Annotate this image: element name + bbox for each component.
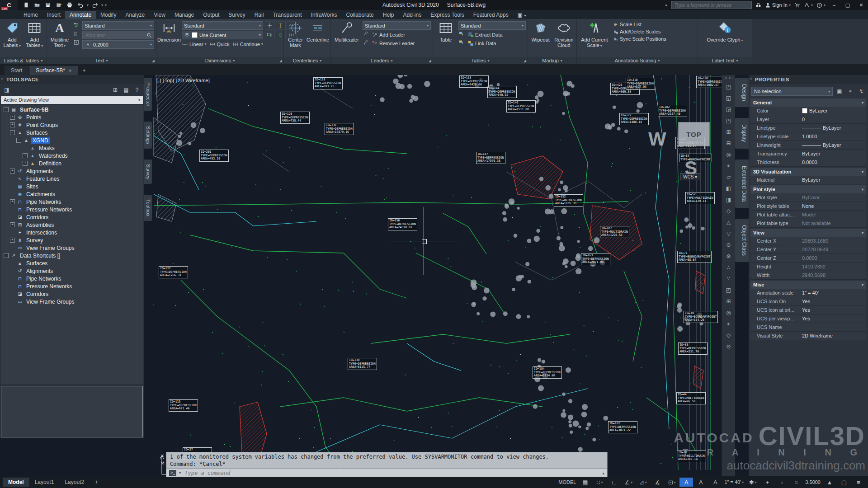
centerline-button[interactable]: Centerline (307, 20, 329, 57)
tree-expand-icon[interactable]: + (10, 199, 15, 204)
property-value[interactable]: Yes (799, 307, 866, 313)
annotation-scale-value[interactable]: 1" = 40'▾ (723, 478, 745, 487)
tree-expand-icon[interactable]: − (10, 130, 15, 135)
toolspace-tab-settings[interactable]: Settings (144, 122, 152, 149)
add-scale-plus-icon[interactable]: + (760, 478, 774, 487)
command-wrench-icon[interactable]: ⚒ (160, 461, 164, 465)
linear-dim-button[interactable]: Linear▾ (182, 41, 207, 47)
infocenter-collapse-icon[interactable]: ▸ (665, 3, 668, 7)
property-row-ucs-icon-on[interactable]: UCS icon OnYes (750, 297, 866, 306)
properties-tab-extended-data[interactable]: Extended Data (735, 160, 749, 208)
panel-footer-dimensions[interactable]: Dimensions▾◢ (156, 57, 283, 64)
drawing-canvas[interactable]: [-] [Top] [2D Wireframe] ID=131 TYPE=DEP… (152, 75, 722, 476)
layers-state-icon[interactable]: ≈ (789, 478, 803, 487)
tree-item-watersheds[interactable]: ▪▲Watersheds (1, 152, 143, 160)
restore-button[interactable]: ▢ (843, 1, 853, 9)
snap-icon-dropdown[interactable]: ▾ (601, 480, 603, 484)
docked-toolbar-icon-19[interactable]: ◰ (723, 285, 734, 295)
docked-toolbar-icon-15[interactable]: ⊙ (723, 239, 734, 250)
tree-item-intersections[interactable]: +Intersections (1, 229, 143, 236)
tree-expand-icon[interactable]: + (10, 122, 15, 127)
property-value[interactable]: 1.0000 (799, 134, 866, 139)
wipeout-button[interactable]: Wipeout (530, 20, 552, 57)
polar-icon[interactable]: ∠▾ (622, 478, 635, 487)
property-row-plot-table-type[interactable]: Plot table typeNot available (750, 219, 866, 228)
annotation-scale-icon[interactable]: A (708, 478, 722, 487)
viewcube-top-face[interactable]: TOP (678, 122, 710, 146)
tree-expand-icon[interactable]: ▪ (10, 115, 15, 120)
docked-toolbar-icon-7[interactable]: ◎ (723, 149, 734, 160)
layout-tab-model[interactable]: Model (3, 478, 29, 487)
property-row-linetype[interactable]: LinetypeByLayer (750, 124, 866, 132)
section-collapse-icon[interactable]: ▾ (862, 188, 863, 192)
tree-item-catchments[interactable]: ◉Catchments (1, 190, 143, 198)
property-value[interactable]: 0.0000 (799, 160, 866, 165)
tree-item-pressure-networks[interactable]: ⊓Pressure Networks (1, 282, 143, 290)
wcs-menu[interactable]: WCS ▾ (680, 174, 700, 180)
property-row-width[interactable]: Width2940.5698 (750, 271, 866, 280)
tree-item-assemblies[interactable]: +⊞Assemblies (1, 221, 143, 229)
docked-toolbar-icon-9[interactable]: ▱ (723, 172, 734, 182)
add-tables-button[interactable]: Add Tables▾ (24, 20, 45, 57)
tree-item-data-shortcuts-[interactable]: −↗Data Shortcuts [] (1, 252, 143, 259)
tree-item-corridors[interactable]: ◪Corridors (1, 290, 143, 298)
link-data-button[interactable]: Link Data (467, 40, 496, 47)
docked-toolbar-icon-5[interactable]: ⊞ (723, 127, 734, 137)
property-value[interactable]: ByLayer (799, 125, 866, 131)
ribbon-tab-collaborate[interactable]: Collaborate (341, 11, 378, 19)
property-row-center-z[interactable]: Center Z0.0000 (750, 254, 866, 263)
tree-expand-icon[interactable]: ▪ (23, 153, 28, 158)
toolspace-header[interactable]: TOOLSPACE (0, 75, 144, 84)
ribbon-tab-add-ins[interactable]: Add-ins (398, 11, 426, 19)
docked-toolbar-icon-14[interactable]: ▽ (723, 228, 734, 239)
customization-menu-icon[interactable]: ≡ (852, 478, 865, 487)
property-row-linetype-scale[interactable]: Linetype scale1.0000 (750, 132, 866, 141)
property-row-annotation-scale[interactable]: Annotation scale1" = 40' (750, 289, 866, 297)
ortho-icon[interactable]: ∟ (607, 478, 621, 487)
tree-item-points[interactable]: ▪⊕Points (1, 113, 143, 121)
section-header[interactable]: Plot style▾ (750, 185, 866, 193)
isodraft-icon-dropdown[interactable]: ▾ (645, 480, 647, 484)
docked-toolbar-icon-8[interactable]: ⌖ (723, 160, 734, 171)
center-mark-button[interactable]: Center Mark (286, 20, 305, 57)
panel-footer-labels-tables[interactable]: Labels & Tables▾ (0, 57, 47, 64)
active-drawing-view-select[interactable]: Active Drawing View▾ (1, 96, 143, 104)
tree-expand-icon[interactable]: − (4, 107, 9, 112)
help-icon[interactable]: ?▾ (816, 2, 826, 8)
section-collapse-icon[interactable]: ▾ (862, 101, 863, 105)
mleader-style-select[interactable]: Standard▾ (363, 21, 431, 30)
ribbon-tab-help[interactable]: Help (378, 11, 399, 19)
property-value[interactable]: 1410.2892 (799, 264, 866, 269)
properties-tab-object-class[interactable]: Object Class (735, 219, 749, 262)
save-as-icon[interactable] (54, 1, 63, 9)
layout-tab-layout1[interactable]: Layout1 (29, 478, 60, 487)
dimension-button[interactable]: Dimension (158, 20, 180, 57)
ribbon-tab-view[interactable]: View (149, 11, 170, 19)
property-row-plot-table-attac-[interactable]: Plot table attac...Model (750, 211, 866, 219)
tree-expand-icon[interactable]: + (10, 222, 15, 227)
add-current-scale-button[interactable]: Add Current Scale▾ (579, 20, 610, 57)
section-collapse-icon[interactable]: ▾ (862, 231, 863, 235)
property-value[interactable]: ByLayer (799, 151, 866, 156)
property-value[interactable]: Not available (799, 221, 866, 226)
add-layout-button[interactable]: + (90, 478, 104, 487)
property-row-center-y[interactable]: Center Y20728.0649 (750, 245, 866, 254)
text-height-select[interactable]: A0.2000▾ (82, 40, 154, 49)
property-row-visual-style[interactable]: Visual Style2D Wireframe (750, 332, 866, 340)
file-tab-close-icon[interactable]: × (69, 68, 71, 73)
property-value[interactable]: 20728.0649 (799, 247, 866, 252)
ribbon-tab-manage[interactable]: Manage (170, 11, 198, 19)
tree-item-corridors[interactable]: ◪Corridors (1, 213, 143, 221)
panel-footer-annotation-scaling[interactable]: Annotation Scaling▾ (577, 57, 698, 64)
docked-toolbar-icon-23[interactable]: ◇ (723, 330, 734, 340)
undo-icon-dropdown[interactable]: ▾ (87, 3, 89, 7)
docked-toolbar-icon-13[interactable]: △ (723, 217, 734, 227)
panel-footer-centerlines[interactable]: Centerlines▾ (284, 57, 330, 64)
section-header[interactable]: 3D Visualization▾ (750, 168, 866, 176)
property-row-center-x[interactable]: Center X20803.1680 (750, 237, 866, 245)
property-row-ucs-name[interactable]: UCS Name (750, 323, 866, 332)
tree-expand-icon[interactable]: − (16, 138, 21, 143)
panel-footer-markup[interactable]: Markup▾ (528, 57, 576, 64)
tree-item-view-frame-groups[interactable]: ▭View Frame Groups (1, 298, 143, 305)
toolspace-tab-survey[interactable]: Survey (144, 160, 152, 184)
